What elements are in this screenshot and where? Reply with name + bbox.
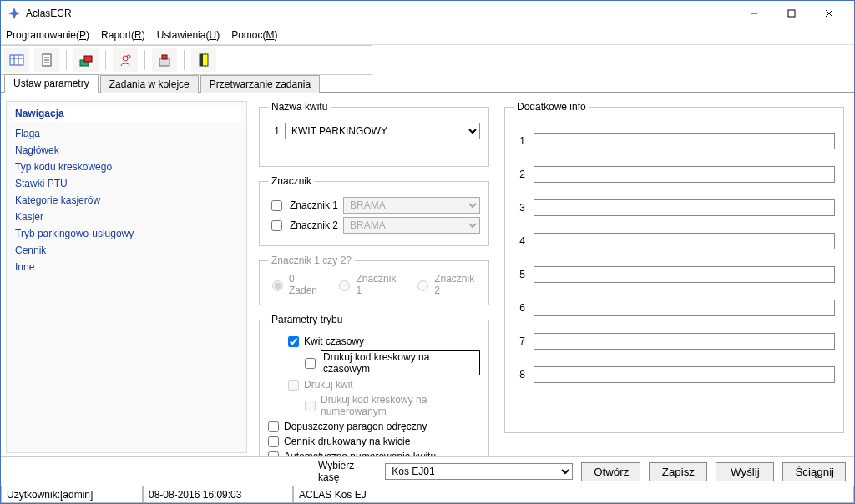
addl-label-1: 1 xyxy=(514,135,525,147)
tab-ustaw-parametry[interactable]: Ustaw parametry xyxy=(4,74,99,93)
group-parametry-trybu: Parametry trybu Kwit czasowy Drukuj kod … xyxy=(259,314,489,456)
znacznik1-select[interactable]: BRAMA xyxy=(343,197,480,214)
window-controls xyxy=(735,2,847,25)
radio-zn1: Znacznik 1 xyxy=(335,273,402,296)
legend-parametry: Parametry trybu xyxy=(268,314,346,325)
znacznik2-label: Znacznik 2 xyxy=(290,219,338,231)
sidebar-item-kategorie-kasjerow[interactable]: Kategorie kasjerów xyxy=(12,192,241,209)
sidebar-header: Nawigacja xyxy=(12,105,241,122)
addl-input-1[interactable] xyxy=(534,133,835,149)
sidebar-item-cennik[interactable]: Cennik xyxy=(12,242,241,259)
chk-kwit-czasowy[interactable] xyxy=(288,336,299,347)
app-title: AclasECR xyxy=(26,8,735,19)
svg-rect-2 xyxy=(788,10,795,17)
lbl-cennik: Cennik drukowany na kwicie xyxy=(284,436,410,447)
lbl-drukuj-kod-czas: Drukuj kod kreskowy na czasowym xyxy=(321,350,480,375)
tab-zadania-w-kolejce[interactable]: Zadania w kolejce xyxy=(100,75,199,93)
main-panel: Nazwa kwitu 1 KWIT PARKINGOWY Znacznik Z… xyxy=(257,101,846,453)
addl-input-6[interactable] xyxy=(534,300,835,316)
menu-report[interactable]: Raport(R) xyxy=(101,29,145,41)
toolbar-btn-1[interactable] xyxy=(4,48,29,72)
toolbar-btn-6[interactable] xyxy=(191,48,216,72)
svg-marker-0 xyxy=(8,8,20,19)
statusbar: Użytkownik:[admin] 08-08-2016 16:09:03 A… xyxy=(1,486,854,503)
sidebar: Nawigacja Flaga Nagłówek Typ kodu kresko… xyxy=(6,101,247,453)
toolbar-btn-2[interactable] xyxy=(34,48,59,72)
legend-dodatkowe: Dodatkowe info xyxy=(514,101,589,113)
group-nazwa-kwitu: Nazwa kwitu 1 KWIT PARKINGOWY xyxy=(259,101,489,167)
addl-input-4[interactable] xyxy=(534,233,835,249)
sciagnij-button[interactable]: Ściągnij xyxy=(782,462,846,481)
legend-znacznik: Znacznik xyxy=(268,175,315,187)
otworz-button[interactable]: Otwórz xyxy=(581,462,640,481)
chk-drukuj-kod-num xyxy=(305,401,316,411)
status-datetime: 08-08-2016 16:09:03 xyxy=(143,486,293,503)
minimize-button[interactable] xyxy=(735,2,772,25)
sidebar-item-typ-kodu[interactable]: Typ kodu kreskowego xyxy=(12,159,241,175)
toolbar xyxy=(1,46,372,74)
maximize-button[interactable] xyxy=(772,2,810,25)
legend-nazwa-kwitu: Nazwa kwitu xyxy=(268,101,331,113)
tabstrip: Ustaw parametry Zadania w kolejce Przetw… xyxy=(1,73,854,93)
addl-input-7[interactable] xyxy=(534,333,835,350)
sidebar-item-kasjer[interactable]: Kasjer xyxy=(12,209,241,225)
zapisz-button[interactable]: Zapisz xyxy=(649,462,707,481)
radio-0-input xyxy=(272,280,283,291)
addl-label-4: 4 xyxy=(514,235,525,247)
znacznik1-checkbox[interactable] xyxy=(271,200,282,211)
chk-drukuj-kod-czas[interactable] xyxy=(305,358,316,369)
bottom-toolbar: Wybierz kasę Kos EJ01 Otwórz Zapisz Wyśl… xyxy=(1,456,854,486)
menu-programming[interactable]: Programowanie(P) xyxy=(6,29,89,41)
titlebar: AclasECR xyxy=(1,1,854,26)
addl-input-2[interactable] xyxy=(534,166,835,183)
wyslij-button[interactable]: Wyślij xyxy=(716,462,774,481)
addl-label-5: 5 xyxy=(514,269,525,280)
chk-dopuszczony[interactable] xyxy=(268,421,279,432)
body-area: Nawigacja Flaga Nagłówek Typ kodu kresko… xyxy=(1,93,854,456)
sidebar-item-naglowek[interactable]: Nagłówek xyxy=(12,142,241,159)
menubar: Programowanie(P) Raport(R) Ustawienia(U)… xyxy=(1,26,854,45)
wybierz-kase-label: Wybierz kasę xyxy=(318,460,377,483)
svg-rect-18 xyxy=(162,55,167,59)
close-button[interactable] xyxy=(810,2,847,25)
lbl-dopuszczony: Dopuszczony paragon odręczny xyxy=(284,421,427,432)
menu-help[interactable]: Pomoc(M) xyxy=(231,29,277,41)
toolbar-btn-5[interactable] xyxy=(152,48,177,72)
toolbar-btn-3[interactable] xyxy=(73,48,99,72)
addl-input-5[interactable] xyxy=(534,266,835,283)
menu-settings[interactable]: Ustawienia(U) xyxy=(157,29,220,41)
tab-przetwarzanie-zadania[interactable]: Przetwarzanie zadania xyxy=(200,75,320,93)
svg-rect-14 xyxy=(84,56,92,62)
toolbar-btn-4[interactable] xyxy=(113,48,138,72)
sidebar-item-flaga[interactable]: Flaga xyxy=(12,125,241,142)
app-window: AclasECR Programowanie(P) Raport(R) Usta… xyxy=(0,0,855,504)
sidebar-item-stawki-ptu[interactable]: Stawki PTU xyxy=(12,175,241,192)
svg-rect-20 xyxy=(200,54,203,66)
toolbar-sep2 xyxy=(105,50,106,70)
nazwa-kwitu-index: 1 xyxy=(268,125,280,137)
lbl-auto-num: Automatyczne numerowanie kwitu xyxy=(284,451,436,456)
chk-cennik[interactable] xyxy=(268,436,279,447)
addl-input-3[interactable] xyxy=(534,199,835,216)
status-user: Użytkownik:[admin] xyxy=(1,486,143,503)
nazwa-kwitu-select[interactable]: KWIT PARKINGOWY xyxy=(285,123,480,139)
znacznik2-checkbox[interactable] xyxy=(271,220,282,231)
left-column: Nazwa kwitu 1 KWIT PARKINGOWY Znacznik Z… xyxy=(257,101,491,453)
toolbar-sep4 xyxy=(184,50,185,70)
addl-input-8[interactable] xyxy=(534,366,835,383)
addl-label-8: 8 xyxy=(514,369,525,381)
wybierz-kase-select[interactable]: Kos EJ01 xyxy=(385,463,573,480)
radio-zn2: Znacznik 2 xyxy=(413,273,480,296)
radio-2-input xyxy=(417,280,428,291)
group-znacznik: Znacznik Znacznik 1 BRAMA Znacznik 2 BRA… xyxy=(259,175,489,246)
sidebar-item-inne[interactable]: Inne xyxy=(12,259,241,275)
svg-rect-5 xyxy=(10,55,23,65)
znacznik2-select[interactable]: BRAMA xyxy=(343,217,480,234)
right-column: Dodatkowe info 1 2 3 4 5 6 7 8 xyxy=(503,101,846,453)
app-icon xyxy=(8,7,21,20)
sidebar-item-tryb-parkingowo[interactable]: Tryb parkingowo-usługowy xyxy=(12,225,241,242)
toolbar-sep3 xyxy=(144,50,145,70)
addl-label-7: 7 xyxy=(514,335,525,347)
group-dodatkowe-info: Dodatkowe info 1 2 3 4 5 6 7 8 xyxy=(504,101,844,433)
chk-drukuj-kwit xyxy=(288,380,299,391)
